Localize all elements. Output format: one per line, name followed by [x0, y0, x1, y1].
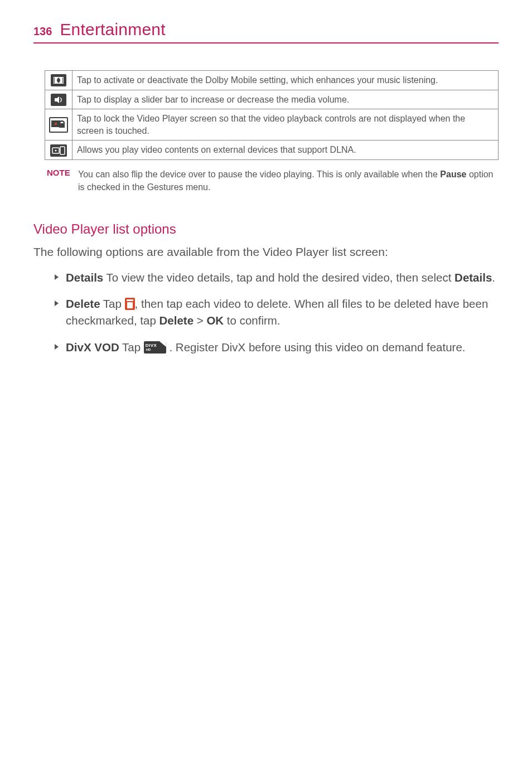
table-row: Tap to activate or deactivate the Dolby … — [45, 71, 499, 90]
dlna-icon — [50, 144, 67, 157]
delete-bold1: Delete — [159, 314, 194, 327]
delete-post: to confirm. — [224, 314, 280, 327]
svg-point-7 — [55, 149, 57, 151]
svg-marker-2 — [55, 96, 59, 103]
details-label: Details — [66, 271, 103, 284]
volume-icon — [51, 94, 66, 106]
section-title: Entertainment — [60, 20, 165, 39]
list-item-details: Details To view the video details, tap a… — [55, 269, 499, 286]
page-header: 136 Entertainment — [33, 20, 499, 43]
dolby-icon — [51, 74, 66, 86]
divx-pre: Tap — [119, 341, 144, 354]
delete-label: Delete — [66, 297, 100, 310]
table-row: Tap to lock the Video Player screen so t… — [45, 109, 499, 141]
option-list: Details To view the video details, tap a… — [33, 269, 499, 356]
delete-bold2: OK — [206, 314, 224, 327]
note-text: You can also flip the device over to pau… — [78, 168, 499, 193]
svg-rect-5 — [59, 123, 65, 128]
divx-icon — [144, 341, 166, 354]
volume-icon-cell — [45, 90, 72, 109]
svg-rect-8 — [60, 147, 65, 154]
page: 136 Entertainment Tap to activate or dea… — [0, 0, 532, 388]
note-bold-pause: Pause — [440, 170, 466, 179]
lock-icon — [49, 117, 68, 133]
note-block: NOTE You can also flip the device over t… — [45, 168, 499, 193]
dlna-icon-cell — [45, 141, 72, 160]
details-pre: To view the video details, tap and hold … — [103, 271, 454, 284]
svg-point-4 — [55, 123, 57, 125]
dlna-desc: Allows you play video contents on extern… — [72, 141, 499, 160]
delete-pre: Tap — [100, 297, 125, 310]
divx-label: DivX VOD — [66, 341, 119, 354]
list-item-divx: DivX VOD Tap . Register DivX before usin… — [55, 339, 499, 356]
lock-desc: Tap to lock the Video Player screen so t… — [72, 109, 499, 141]
icon-description-table: Tap to activate or deactivate the Dolby … — [45, 70, 499, 160]
page-number: 136 — [33, 25, 52, 38]
delete-sep: > — [194, 314, 206, 327]
lock-icon-cell — [45, 109, 72, 141]
details-bold1: Details — [454, 271, 492, 284]
note-label: NOTE — [45, 168, 78, 193]
subsection-title: Video Player list options — [33, 221, 499, 237]
details-post: . — [492, 271, 495, 284]
list-item-delete: Delete Tap , then tap each video to dele… — [55, 296, 499, 328]
trash-icon — [125, 298, 135, 310]
divx-mid: . Register DivX before using this video … — [166, 341, 466, 354]
dolby-desc: Tap to activate or deactivate the Dolby … — [72, 71, 499, 90]
volume-desc: Tap to display a slider bar to increase … — [72, 90, 499, 109]
subsection-intro: The following options are available from… — [33, 244, 499, 260]
dolby-icon-cell — [45, 71, 72, 90]
table-row: Tap to display a slider bar to increase … — [45, 90, 499, 109]
note-text-part1: You can also flip the device over to pau… — [78, 170, 440, 179]
table-row: Allows you play video contents on extern… — [45, 141, 499, 160]
